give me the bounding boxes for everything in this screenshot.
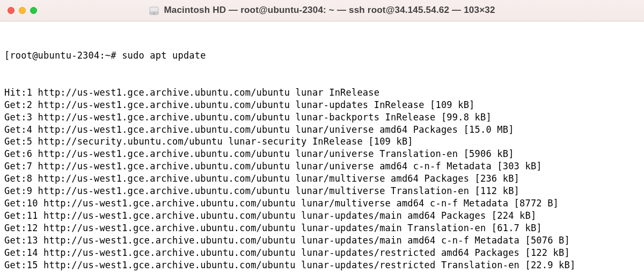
shell-prompt: root@ubuntu-2304:~#: [10, 50, 122, 61]
titlebar[interactable]: Macintosh HD — root@ubuntu-2304: ~ — ssh…: [0, 0, 644, 22]
output-line: Get:10 http://us-west1.gce.archive.ubunt…: [4, 197, 641, 210]
output-line: Hit:1 http://us-west1.gce.archive.ubuntu…: [4, 87, 641, 99]
output-line: Get:8 http://us-west1.gce.archive.ubuntu…: [4, 173, 641, 185]
traffic-lights: [8, 7, 37, 14]
prompt-line: [root@ubuntu-2304:~# sudo apt update: [4, 49, 641, 62]
output-line: Get:3 http://us-west1.gce.archive.ubuntu…: [4, 111, 641, 124]
terminal-output: Hit:1 http://us-west1.gce.archive.ubuntu…: [4, 87, 641, 272]
output-line: Get:7 http://us-west1.gce.archive.ubuntu…: [4, 160, 641, 173]
svg-rect-0: [150, 7, 158, 15]
output-line: Get:2 http://us-west1.gce.archive.ubuntu…: [4, 99, 641, 111]
output-line: Get:9 http://us-west1.gce.archive.ubuntu…: [4, 185, 641, 197]
terminal-content[interactable]: [root@ubuntu-2304:~# sudo apt update Hit…: [0, 22, 644, 272]
shell-command: sudo apt update: [122, 50, 206, 61]
svg-rect-1: [150, 12, 158, 15]
disk-icon: [149, 5, 159, 16]
output-line: Get:15 http://us-west1.gce.archive.ubunt…: [4, 259, 641, 271]
svg-rect-2: [153, 13, 155, 14]
prompt-bracket: [: [4, 50, 10, 61]
output-line: Get:11 http://us-west1.gce.archive.ubunt…: [4, 210, 641, 222]
output-line: Get:5 http://security.ubuntu.com/ubuntu …: [4, 135, 641, 148]
zoom-icon[interactable]: [30, 7, 37, 14]
close-icon[interactable]: [8, 7, 14, 14]
output-line: Get:6 http://us-west1.gce.archive.ubuntu…: [4, 148, 641, 160]
minimize-icon[interactable]: [19, 7, 26, 14]
output-line: Get:13 http://us-west1.gce.archive.ubunt…: [4, 234, 641, 247]
window-title: Macintosh HD — root@ubuntu-2304: ~ — ssh…: [164, 4, 495, 17]
output-line: Get:4 http://us-west1.gce.archive.ubuntu…: [4, 124, 641, 136]
output-line: Get:14 http://us-west1.gce.archive.ubunt…: [4, 247, 641, 259]
window-title-wrap: Macintosh HD — root@ubuntu-2304: ~ — ssh…: [0, 4, 644, 17]
output-line: Get:12 http://us-west1.gce.archive.ubunt…: [4, 222, 641, 234]
